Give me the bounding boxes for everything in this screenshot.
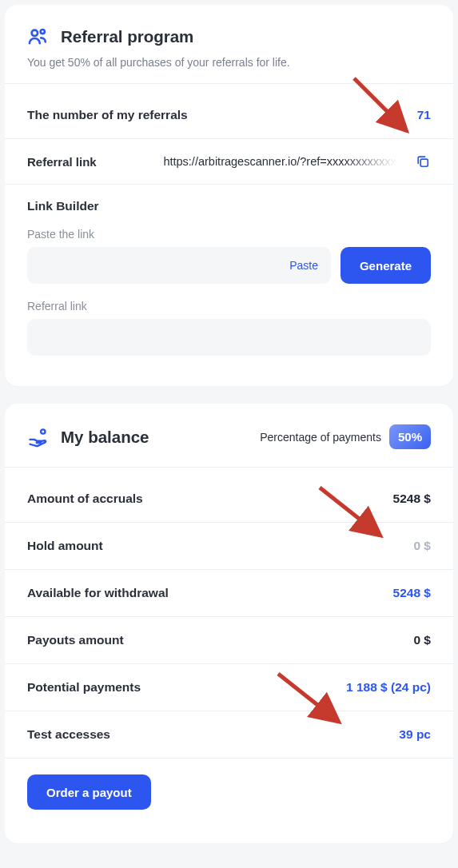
- potential-value: 1 188 $ (24 pc): [346, 680, 431, 695]
- percentage-wrap: Percentage of payments 50%: [260, 424, 431, 449]
- accruals-value: 5248 $: [393, 492, 431, 506]
- link-builder: Link Builder Paste the link Paste Genera…: [5, 185, 453, 386]
- output-label: Referral link: [27, 300, 431, 313]
- svg-point-0: [32, 30, 38, 36]
- test-row: Test accesses 39 pc: [5, 711, 453, 759]
- percentage-badge: 50%: [389, 424, 431, 449]
- referral-count-value: 71: [417, 108, 431, 122]
- hold-row: Hold amount 0 $: [5, 523, 453, 570]
- accruals-label: Amount of accruals: [27, 492, 143, 506]
- potential-row: Potential payments 1 188 $ (24 pc): [5, 664, 453, 711]
- referral-link-value: https://arbitragescanner.io/?ref=xxxxxxx…: [105, 155, 407, 168]
- generate-button[interactable]: Generate: [341, 247, 431, 284]
- paste-label: Paste the link: [27, 228, 431, 241]
- referral-subtitle: You get 50% of all purchases of your ref…: [5, 56, 453, 83]
- svg-rect-2: [420, 159, 428, 166]
- output-field[interactable]: [27, 319, 431, 356]
- referral-title: Referral program: [61, 27, 193, 46]
- hold-value: 0 $: [413, 539, 431, 553]
- balance-card: My balance Percentage of payments 50% Am…: [5, 404, 453, 843]
- balance-header: My balance Percentage of payments 50%: [5, 404, 453, 467]
- referral-count-label: The number of my referrals: [27, 108, 188, 122]
- link-builder-title: Link Builder: [27, 199, 431, 213]
- referral-card: Referral program You get 50% of all purc…: [5, 5, 453, 386]
- referral-count-row: The number of my referrals 71: [5, 84, 453, 139]
- available-row: Available for withdrawal 5248 $: [5, 570, 453, 617]
- accruals-row: Amount of accruals 5248 $: [5, 468, 453, 523]
- payouts-label: Payouts amount: [27, 633, 124, 647]
- potential-label: Potential payments: [27, 680, 141, 695]
- order-payout-button[interactable]: Order a payout: [27, 774, 151, 810]
- referral-link-label: Referral link: [27, 155, 97, 169]
- payouts-value: 0 $: [413, 633, 431, 647]
- balance-title: My balance: [61, 428, 149, 447]
- paste-input[interactable]: Paste: [27, 247, 331, 284]
- available-value: 5248 $: [393, 586, 431, 600]
- svg-point-3: [41, 429, 45, 433]
- test-value: 39 pc: [399, 727, 431, 742]
- hand-coin-icon: [27, 426, 50, 448]
- people-icon: [27, 26, 50, 48]
- available-label: Available for withdrawal: [27, 586, 169, 600]
- referral-link-row: Referral link https://arbitragescanner.i…: [5, 139, 453, 185]
- test-label: Test accesses: [27, 727, 110, 742]
- referral-header: Referral program: [5, 5, 453, 56]
- paste-hint[interactable]: Paste: [289, 259, 318, 272]
- copy-icon[interactable]: [415, 153, 431, 169]
- payouts-row: Payouts amount 0 $: [5, 617, 453, 664]
- svg-point-1: [41, 30, 45, 34]
- percentage-label: Percentage of payments: [260, 431, 381, 444]
- hold-label: Hold amount: [27, 539, 103, 553]
